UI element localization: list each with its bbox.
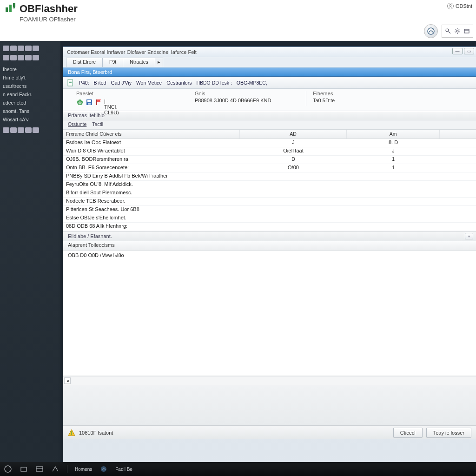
taskbar-icon[interactable]	[20, 465, 28, 473]
user-area[interactable]: ODStnt	[447, 3, 472, 9]
sidebar-icon[interactable]	[3, 55, 9, 60]
toolbar-item[interactable]: HBDO DD Iesk :	[196, 80, 231, 86]
taskbar-app-icon[interactable]	[99, 465, 108, 473]
table-row[interactable]: Estse OBtJe s'Ehellomhet.	[63, 214, 476, 223]
col-header[interactable]: Frxrame Chriel Cüiver ets	[63, 130, 240, 139]
info-value: Ta0 5D:te	[313, 98, 387, 103]
sidebar-item[interactable]: anomt. Tans	[3, 107, 58, 115]
info-flag-icon[interactable]	[95, 99, 102, 106]
status-text: 10810F Isatont	[79, 430, 113, 436]
sidebar-icon[interactable]	[25, 127, 32, 133]
window-titlebar[interactable]: Cotomaer Esoral Inrfawer Olofaver Endsci…	[63, 47, 476, 57]
table-cell: FeyruOite OU'8. MIf Adcidlck.	[63, 181, 240, 189]
sidebar-icon[interactable]	[10, 55, 17, 60]
table-body: Fsdoes Ire Ooc ElatoextJ8. DWan D 8 OIB …	[63, 139, 476, 231]
subtab[interactable]: Tactli	[92, 121, 103, 128]
table-cell: OieflTaat	[240, 147, 347, 155]
tab[interactable]: Dist Elrere	[66, 58, 103, 67]
maximize-button[interactable]: ▭	[464, 48, 474, 54]
table-row[interactable]: Wan D 8 OIB WiraertablotOieflTaatJ	[63, 147, 476, 156]
sidebar-icon[interactable]	[25, 55, 32, 60]
sidebar-icon[interactable]	[18, 127, 24, 133]
sidebar-item[interactable]: Ibeore	[3, 65, 58, 73]
sidebar-icon[interactable]	[33, 55, 39, 60]
header-tool-panel	[424, 24, 473, 38]
table-row[interactable]: OJ6B. BODRersmtheren raD1	[63, 156, 476, 164]
toolbar-item[interactable]: Gad J'Viy	[111, 80, 131, 86]
toolbar-item[interactable]: OBG-MP8EC,	[237, 80, 267, 86]
table-row[interactable]: Ontn BB. E6 Soraecencete:O/001	[63, 164, 476, 172]
taskbar-icon[interactable]	[35, 465, 44, 473]
tab[interactable]: F9t	[102, 58, 123, 67]
svg-point-32	[101, 466, 106, 472]
table-cell	[240, 181, 347, 189]
toolbar-item[interactable]: Won Metice	[136, 80, 162, 86]
sidebar-item[interactable]: udeer eted	[3, 99, 58, 107]
subtab[interactable]: Orstunte	[68, 121, 86, 128]
sidebar-item[interactable]: Hime otly't	[3, 73, 58, 82]
taskbar-label[interactable]: Homens	[75, 467, 92, 472]
content-area: Cotomaer Esoral Inrfawer Olofaver Endsci…	[60, 41, 476, 462]
toolbar-item[interactable]: Gestranlors	[166, 80, 192, 86]
col-header[interactable]: AD	[240, 130, 347, 139]
splitter-handle-icon[interactable]: ▾	[465, 233, 473, 239]
svg-rect-30	[36, 467, 43, 471]
sidebar-icon[interactable]	[33, 46, 39, 51]
scroll-left-icon[interactable]: ◂	[64, 377, 71, 384]
log-scrollbar[interactable]: ◂	[63, 376, 476, 385]
table-row[interactable]: PNBBy SD Eirry B Addlsl Fb Bek/Wi Fiaalh…	[63, 172, 476, 181]
log-line: OBB D0 O0D /Mvw iьl8o	[68, 252, 471, 258]
cancel-button[interactable]: Cticecl	[393, 428, 423, 438]
svg-point-28	[5, 466, 11, 472]
table-row[interactable]: Pittericen St Seachees. Uor 6B8	[63, 206, 476, 214]
breadcrumb-bar: Bona Flrs, Bteerbrd	[63, 67, 476, 77]
sidebar-item[interactable]: n eand Fackr.	[3, 90, 58, 99]
taskbar-label[interactable]: Fadil Be	[115, 467, 132, 472]
header-toolbox[interactable]	[442, 25, 473, 38]
table-row[interactable]: Fsdoes Ire Ooc ElatoextJ8. D	[63, 139, 476, 147]
apply-button[interactable]: Teay ie losser	[426, 428, 471, 438]
table-row[interactable]: Nodecle TEB Reserabeor.	[63, 198, 476, 206]
sidebar-icon[interactable]	[10, 46, 17, 51]
sidebar-item[interactable]: usarltrecns	[3, 82, 58, 90]
sidebar-icon[interactable]	[18, 55, 24, 60]
info-save-icon[interactable]	[86, 99, 93, 106]
sidebar-icon[interactable]	[3, 127, 9, 133]
table-row[interactable]: FeyruOite OU'8. MIf Adcidlck.	[63, 181, 476, 189]
tool-icon-3[interactable]	[463, 28, 470, 34]
table-row[interactable]: 08D ODB 68 Allk hfenhnrg:	[63, 223, 476, 231]
tab-overflow[interactable]: ▸	[155, 58, 163, 67]
sidebar-icon[interactable]	[10, 127, 17, 133]
bottom-spacer	[63, 385, 476, 425]
toolbar-item[interactable]: B ited	[94, 80, 106, 86]
splitter-bar[interactable]: Eildiabe / Efasnant. ▾	[63, 231, 476, 241]
minimize-button[interactable]: —	[452, 48, 463, 54]
toolbar-item[interactable]: P40:	[79, 80, 89, 86]
tab[interactable]: Ntraates	[123, 58, 155, 67]
toolbar-doc-icon[interactable]	[67, 79, 74, 86]
log-body[interactable]: OBB D0 O0D /Mvw iьl8o	[63, 251, 476, 376]
table-cell	[347, 198, 440, 205]
sidebar-icon[interactable]	[18, 46, 24, 51]
app-window: Cotomaer Esoral Inrfawer Olofaver Endsci…	[63, 46, 476, 462]
os-taskbar[interactable]: Homens Fadil Be	[0, 462, 476, 476]
sidebar-icon[interactable]	[25, 46, 32, 51]
taskbar-icon[interactable]	[51, 465, 60, 473]
sidebar-icon[interactable]	[3, 46, 9, 51]
sidebar-item[interactable]: Wosart cA'v	[3, 115, 58, 124]
svg-point-5	[446, 29, 449, 32]
info-globe-icon[interactable]	[76, 99, 84, 106]
col-header[interactable]: Am	[347, 130, 440, 139]
table-cell	[240, 198, 347, 205]
table-row[interactable]: Blforr diell Sout Pierraomesc.	[63, 189, 476, 198]
breadcrumb-text: Bona Flrs, Bteerbrd	[68, 69, 112, 75]
start-icon[interactable]	[4, 465, 12, 473]
gear-icon[interactable]	[454, 28, 461, 34]
table-cell: Fsdoes Ire Ooc Elatoext	[63, 139, 240, 147]
tool-icon-1[interactable]	[445, 28, 451, 34]
table-cell: OJ6B. BODRersmtheren ra	[63, 156, 240, 164]
svg-rect-27	[71, 434, 72, 435]
svg-rect-19	[69, 81, 72, 81]
toolbar: P40: B ited Gad J'Viy Won Metice Gestran…	[63, 77, 476, 89]
sidebar-icon[interactable]	[33, 127, 39, 133]
